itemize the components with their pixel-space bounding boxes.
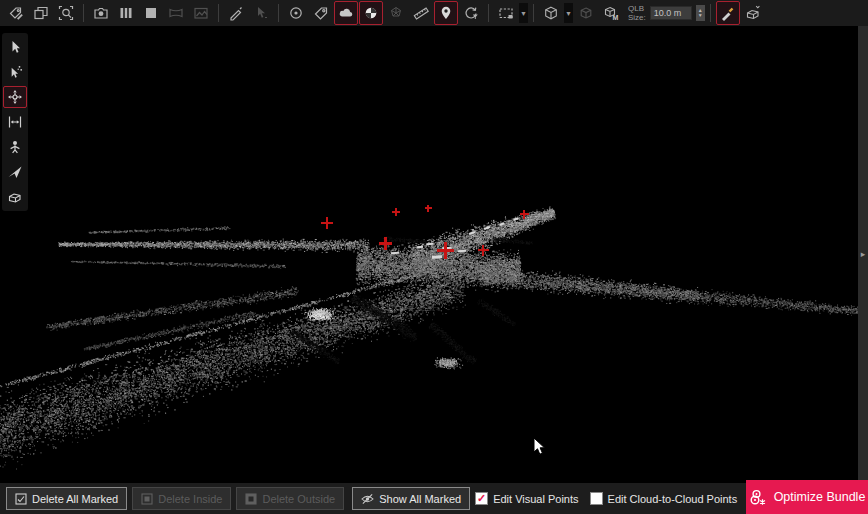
application-window: ▼ ▼ M QLB Size: 10.0 m ▲▼ ▸ xyxy=(0,0,868,514)
annotate-tag-icon[interactable] xyxy=(4,1,28,25)
sphere-icon[interactable] xyxy=(359,1,383,25)
separator xyxy=(533,4,534,22)
control-point-marker[interactable] xyxy=(520,210,529,219)
qlb-size-spinner[interactable]: ▲▼ xyxy=(696,5,705,21)
camera-icon[interactable] xyxy=(89,1,113,25)
checkbox-box[interactable] xyxy=(590,492,603,505)
orbit-filter-icon[interactable] xyxy=(459,1,483,25)
image-icon[interactable] xyxy=(189,1,213,25)
person-view-tool[interactable] xyxy=(3,136,27,158)
delete-inside-icon xyxy=(141,493,153,505)
right-panel-expander[interactable]: ▸ xyxy=(858,26,868,482)
delete-all-marked-button[interactable]: Delete All Marked xyxy=(6,487,127,510)
viewport-3d[interactable]: ▸ xyxy=(0,26,868,482)
edit-cloud-to-cloud-checkbox[interactable]: Edit Cloud-to-Cloud Points xyxy=(590,492,738,505)
bottom-action-bar: Delete All Marked Delete Inside Delete O… xyxy=(0,482,868,514)
bundle-optimize-icon xyxy=(749,488,768,507)
tag-icon[interactable] xyxy=(309,1,333,25)
left-tool-palette xyxy=(2,33,28,211)
qlb-size-control: QLB Size: 10.0 m ▲▼ xyxy=(628,4,705,22)
control-point-marker[interactable] xyxy=(425,205,432,212)
box-m-icon[interactable]: M xyxy=(599,1,623,25)
delete-outside-button[interactable]: Delete Outside xyxy=(236,487,344,510)
checkbox-box[interactable]: ✓ xyxy=(475,492,488,505)
control-point-marker[interactable] xyxy=(379,237,392,250)
measure-pen-icon[interactable] xyxy=(224,1,248,25)
select-tool[interactable] xyxy=(3,36,27,58)
delete-outside-icon xyxy=(245,493,257,505)
separator xyxy=(218,4,219,22)
show-all-marked-button[interactable]: Show All Marked xyxy=(352,487,470,510)
rect-select-icon[interactable] xyxy=(494,1,518,25)
svg-text:M: M xyxy=(613,14,619,21)
clip-box-tool[interactable] xyxy=(3,186,27,208)
delete-inside-button[interactable]: Delete Inside xyxy=(132,487,231,510)
ruler-icon[interactable] xyxy=(409,1,433,25)
control-point-marker[interactable] xyxy=(321,217,333,229)
separator xyxy=(83,4,84,22)
point-cloud-icon[interactable] xyxy=(334,1,358,25)
point-cloud-canvas[interactable] xyxy=(0,26,858,482)
brush-icon[interactable] xyxy=(716,1,740,25)
network-star-icon[interactable] xyxy=(384,1,408,25)
separator xyxy=(488,4,489,22)
rect-select-dropdown[interactable]: ▼ xyxy=(519,3,528,23)
split-view-icon[interactable] xyxy=(114,1,138,25)
qlb-size-input[interactable]: 10.0 m xyxy=(650,6,692,20)
measure-span-tool[interactable] xyxy=(3,111,27,133)
location-pin-icon[interactable] xyxy=(434,1,458,25)
fly-tool[interactable] xyxy=(3,161,27,183)
control-point-marker[interactable] xyxy=(478,245,489,256)
zoom-region-icon[interactable] xyxy=(54,1,78,25)
separator xyxy=(710,4,711,22)
bounding-box-icon[interactable] xyxy=(539,1,563,25)
control-point-marker[interactable] xyxy=(392,208,400,216)
optimize-bundle-button[interactable]: Optimize Bundle xyxy=(746,480,868,514)
top-toolbar: ▼ ▼ M QLB Size: 10.0 m ▲▼ xyxy=(0,0,868,26)
disc-icon[interactable] xyxy=(284,1,308,25)
orbit-move-tool[interactable] xyxy=(3,86,27,108)
panorama-icon[interactable] xyxy=(164,1,188,25)
marked-region-icon xyxy=(15,493,27,505)
cursor-probe-icon[interactable] xyxy=(249,1,273,25)
box-faded-icon[interactable] xyxy=(574,1,598,25)
bounding-box-dropdown[interactable]: ▼ xyxy=(564,3,573,23)
eye-slash-icon xyxy=(361,493,374,505)
overlapping-windows-icon[interactable] xyxy=(29,1,53,25)
filled-square-icon[interactable] xyxy=(139,1,163,25)
separator xyxy=(278,4,279,22)
qlb-size-label: QLB Size: xyxy=(628,4,646,22)
control-point-marker[interactable] xyxy=(437,242,454,259)
chevron-right-icon: ▸ xyxy=(861,249,866,259)
eraser-box-icon[interactable] xyxy=(741,1,765,25)
edit-visual-points-checkbox[interactable]: ✓ Edit Visual Points xyxy=(475,492,578,505)
select-points-tool[interactable] xyxy=(3,61,27,83)
